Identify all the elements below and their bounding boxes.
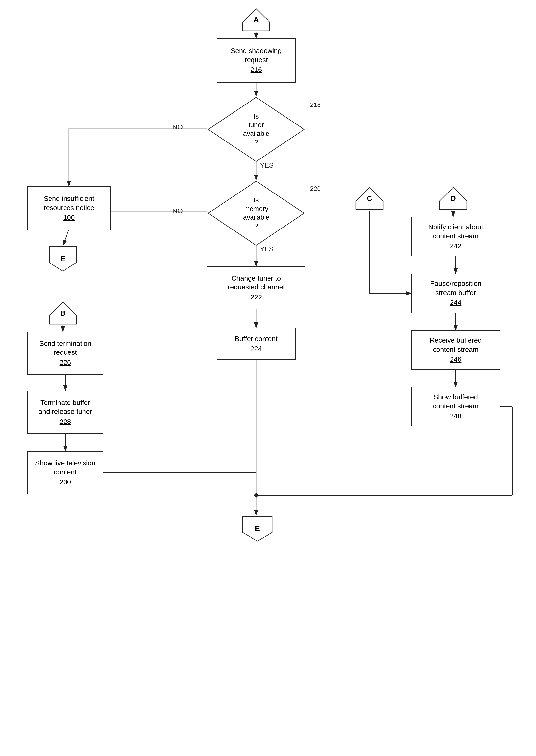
node-send-term-ref: 226 — [60, 358, 71, 367]
node-show-buffered-ref: 248 — [450, 412, 462, 420]
node-send-insuff-ref: 100 — [63, 213, 75, 222]
svg-line-11 — [63, 229, 69, 245]
node-is-memory-label: Ismemoryavailable? — [243, 196, 269, 231]
node-E-bottom: E — [241, 515, 273, 542]
node-is-tuner: Istuneravailable? — [207, 96, 305, 163]
node-send-term-label: Send terminationrequest — [39, 339, 91, 357]
diagram-container: A Send shadowingrequest 216 Istuneravail… — [0, 0, 536, 756]
node-show-live-label: Show live televisioncontent — [35, 459, 95, 477]
node-pause-repo-ref: 244 — [450, 298, 462, 307]
node-C: C — [355, 186, 384, 211]
node-send-insuff-label: Send insufficientresources notice — [44, 194, 94, 212]
node-term-buffer-label: Terminate bufferand release tuner — [38, 398, 92, 416]
yes-memory-label: YES — [260, 245, 274, 253]
node-E-top: E — [48, 245, 78, 272]
node-C-label: C — [367, 194, 372, 202]
node-notify-client: Notify client aboutcontent stream 242 — [411, 217, 500, 256]
node-is-tuner-ref: -218 — [308, 101, 321, 109]
node-change-tuner-ref: 222 — [251, 293, 262, 302]
node-D: D — [438, 186, 468, 211]
node-send-insuff: Send insufficientresources notice 100 — [27, 186, 111, 231]
node-term-buffer-ref: 228 — [60, 417, 71, 426]
node-B: B — [48, 301, 78, 325]
node-term-buffer: Terminate bufferand release tuner 228 — [27, 391, 103, 434]
node-send-term: Send terminationrequest 226 — [27, 332, 103, 375]
node-show-buffered: Show bufferedcontent stream 248 — [411, 387, 500, 426]
node-buffer-content-ref: 224 — [251, 344, 262, 353]
svg-marker-27 — [254, 494, 258, 497]
node-notify-client-ref: 242 — [450, 241, 462, 250]
node-send-shadow-ref: 216 — [251, 65, 262, 74]
node-D-label: D — [451, 194, 456, 202]
node-show-buffered-label: Show bufferedcontent stream — [433, 393, 478, 411]
node-show-live-ref: 230 — [60, 478, 71, 486]
node-change-tuner-label: Change tuner torequested channel — [228, 274, 285, 292]
node-change-tuner: Change tuner torequested channel 222 — [207, 266, 305, 309]
node-is-memory: Ismemoryavailable? — [207, 180, 305, 246]
node-receive-buffered: Receive bufferedcontent stream 246 — [411, 330, 500, 370]
node-pause-repo-label: Pause/repositionstream buffer — [430, 279, 482, 297]
node-is-tuner-label: Istuneravailable? — [243, 112, 269, 147]
node-receive-buffered-label: Receive bufferedcontent stream — [430, 336, 482, 354]
yes-tuner-label: YES — [260, 162, 274, 169]
node-send-shadow: Send shadowingrequest 216 — [217, 38, 296, 83]
svg-marker-28 — [254, 493, 259, 498]
node-E-top-label: E — [60, 255, 65, 263]
node-pause-repo: Pause/repositionstream buffer 244 — [411, 273, 500, 313]
node-notify-client-label: Notify client aboutcontent stream — [428, 223, 483, 240]
no-tuner-label: NO — [172, 123, 183, 131]
node-receive-buffered-ref: 246 — [450, 355, 462, 364]
no-memory-label: NO — [172, 207, 183, 215]
node-buffer-content: Buffer content 224 — [217, 328, 296, 360]
node-E-bottom-label: E — [255, 524, 260, 533]
node-is-memory-ref: -220 — [308, 185, 321, 193]
node-A-label: A — [253, 16, 259, 24]
node-send-shadow-label: Send shadowingrequest — [231, 46, 282, 64]
node-buffer-content-label: Buffer content — [235, 335, 278, 343]
node-show-live: Show live televisioncontent 230 — [27, 451, 103, 494]
node-B-label: B — [60, 309, 66, 317]
node-A: A — [241, 7, 271, 32]
